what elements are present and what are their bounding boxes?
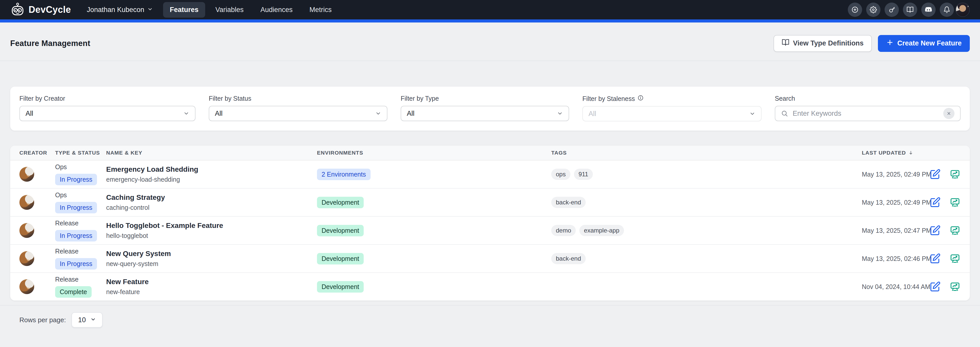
column-header-creator: CREATOR xyxy=(19,150,55,156)
nav-tab-features[interactable]: Features xyxy=(163,2,205,18)
primary-nav: FeaturesVariablesAudiencesMetrics xyxy=(163,2,338,18)
feature-metrics-icon[interactable] xyxy=(950,169,961,180)
environments-cell: Development xyxy=(317,197,551,208)
create-new-feature-button[interactable]: Create New Feature xyxy=(878,35,970,52)
creator-cell xyxy=(19,167,55,182)
feature-key: caching-control xyxy=(106,204,317,211)
filter-selected-value: All xyxy=(407,110,414,118)
feature-metrics-icon[interactable] xyxy=(950,253,961,264)
creator-cell xyxy=(19,251,55,266)
filter-label: Filter by Type xyxy=(401,95,569,102)
environment-badge[interactable]: 2 Environments xyxy=(317,169,371,180)
tag-pill: 911 xyxy=(574,169,593,180)
app: DevCycle Jonathan Kubecon FeaturesVariab… xyxy=(0,0,980,328)
nav-tab-metrics[interactable]: Metrics xyxy=(303,2,339,18)
book-icon xyxy=(782,38,789,48)
brand-name: DevCycle xyxy=(29,4,71,15)
tags-cell: back-end xyxy=(551,197,862,208)
search-group: Search xyxy=(775,95,961,122)
creator-avatar xyxy=(19,223,34,238)
page-title: Feature Management xyxy=(10,39,90,48)
brand-logo[interactable]: DevCycle xyxy=(10,2,71,17)
top-nav: DevCycle Jonathan Kubecon FeaturesVariab… xyxy=(0,0,980,19)
row-actions-cell xyxy=(928,281,961,292)
search-input[interactable] xyxy=(792,109,939,118)
edit-feature-icon[interactable] xyxy=(929,197,941,208)
info-icon[interactable] xyxy=(638,95,644,102)
tag-pill: back-end xyxy=(551,253,586,264)
chevron-down-icon xyxy=(183,110,189,117)
feature-type: Release xyxy=(55,219,79,227)
filter-select-filter-by-staleness: All xyxy=(582,106,762,122)
table-row[interactable]: ReleaseIn ProgressHello Togglebot - Exam… xyxy=(10,216,970,244)
status-badge: In Progress xyxy=(55,258,97,270)
edit-feature-icon[interactable] xyxy=(929,169,941,180)
feature-type: Ops xyxy=(55,163,67,171)
filter-select-filter-by-creator[interactable]: All xyxy=(19,106,196,121)
last-updated-cell: May 13, 2025, 02:46 PM xyxy=(862,255,928,262)
feature-key: new-query-system xyxy=(106,260,317,267)
tag-pill: demo xyxy=(551,225,576,236)
bell-icon[interactable] xyxy=(940,3,954,17)
last-updated-cell: May 13, 2025, 02:49 PM xyxy=(862,199,928,206)
feature-metrics-icon[interactable] xyxy=(950,197,961,208)
table-row[interactable]: OpsIn ProgressEmergency Load Sheddingeme… xyxy=(10,160,970,188)
feature-metrics-icon[interactable] xyxy=(950,281,961,292)
user-avatar[interactable] xyxy=(956,3,970,17)
features-table: CREATORTYPE & STATUSNAME & KEYENVIRONMEN… xyxy=(10,146,970,301)
name-key-cell: Hello Togglebot - Example Featurehello-t… xyxy=(106,222,317,240)
feature-name: Hello Togglebot - Example Feature xyxy=(106,222,317,230)
tags-cell: ops911 xyxy=(551,169,862,180)
feature-name: New Feature xyxy=(106,278,317,286)
nav-tab-audiences[interactable]: Audiences xyxy=(254,2,299,18)
discord-icon[interactable] xyxy=(921,3,935,17)
name-key-cell: Emergency Load Sheddingemergency-load-sh… xyxy=(106,165,317,183)
feature-name: Caching Strategy xyxy=(106,193,317,201)
type-status-cell: OpsIn Progress xyxy=(55,163,106,185)
filter-select-filter-by-type[interactable]: All xyxy=(401,106,569,121)
plus-circle-icon[interactable] xyxy=(848,3,862,17)
edit-feature-icon[interactable] xyxy=(929,253,941,264)
last-updated-cell: May 13, 2025, 02:47 PM xyxy=(862,227,928,234)
status-badge: Complete xyxy=(55,286,92,298)
environment-badge[interactable]: Development xyxy=(317,197,364,208)
create-new-feature-label: Create New Feature xyxy=(897,39,962,47)
book-icon[interactable] xyxy=(903,3,917,17)
environments-cell: Development xyxy=(317,225,551,237)
environment-badge[interactable]: Development xyxy=(317,225,364,237)
edit-feature-icon[interactable] xyxy=(929,225,941,236)
feature-name: New Query System xyxy=(106,249,317,258)
environment-badge[interactable]: Development xyxy=(317,253,364,264)
table-row[interactable]: ReleaseIn ProgressNew Query Systemnew-qu… xyxy=(10,244,970,272)
key-icon[interactable] xyxy=(885,3,899,17)
table-row[interactable]: ReleaseCompleteNew Featurenew-featureDev… xyxy=(10,272,970,301)
filter-group: Filter by StatusAll xyxy=(209,95,387,122)
org-switcher[interactable]: Jonathan Kubecon xyxy=(85,3,154,16)
rows-per-page-select[interactable]: 10 xyxy=(72,312,103,328)
pagination: Rows per page: 10 xyxy=(19,312,980,328)
tag-pill: example-app xyxy=(579,225,624,236)
column-header-last-updated[interactable]: LAST UPDATED xyxy=(862,150,928,156)
table-body: OpsIn ProgressEmergency Load Sheddingeme… xyxy=(10,160,970,301)
org-name: Jonathan Kubecon xyxy=(87,6,144,14)
name-key-cell: New Featurenew-feature xyxy=(106,278,317,296)
devcycle-robot-icon xyxy=(10,2,25,17)
row-actions-cell xyxy=(928,197,961,208)
filter-select-filter-by-status[interactable]: All xyxy=(209,106,387,121)
creator-avatar xyxy=(19,251,34,266)
table-header-row: CREATORTYPE & STATUSNAME & KEYENVIRONMEN… xyxy=(10,146,970,160)
view-type-definitions-button[interactable]: View Type Definitions xyxy=(773,35,872,52)
last-updated-cell: May 13, 2025, 02:49 PM xyxy=(862,171,928,178)
nav-tab-variables[interactable]: Variables xyxy=(209,2,250,18)
clear-search-button[interactable] xyxy=(943,108,955,119)
edit-feature-icon[interactable] xyxy=(929,281,941,292)
feature-metrics-icon[interactable] xyxy=(950,225,961,236)
feature-type: Release xyxy=(55,276,79,283)
table-row[interactable]: OpsIn ProgressCaching Strategycaching-co… xyxy=(10,188,970,216)
filter-selected-value: All xyxy=(215,110,223,118)
gear-icon[interactable] xyxy=(866,3,880,17)
feature-type: Ops xyxy=(55,191,67,199)
chevron-down-icon xyxy=(749,110,756,117)
environment-badge[interactable]: Development xyxy=(317,281,364,293)
sort-desc-icon xyxy=(908,150,914,156)
